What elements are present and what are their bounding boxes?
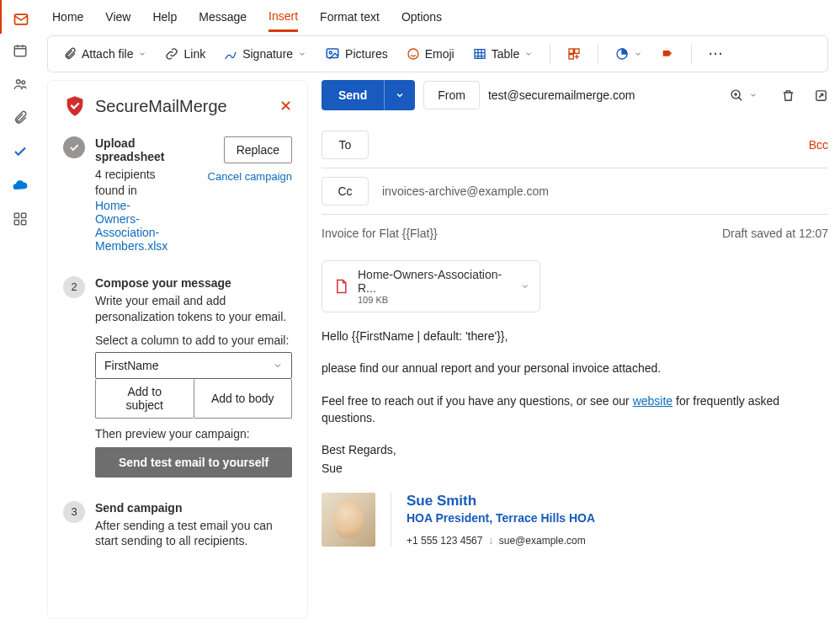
ribbon-separator-3 <box>691 44 692 64</box>
step1-badge-done <box>63 136 85 158</box>
step-compose: 2 Compose your message Write your email … <box>63 276 292 478</box>
to-row: To Bcc <box>322 122 828 168</box>
svg-rect-13 <box>575 49 579 53</box>
menu-home[interactable]: Home <box>52 3 83 30</box>
step3-badge: 3 <box>63 501 85 523</box>
body-greeting: Hello {{FirstName | default: 'there'}}, <box>322 328 828 344</box>
rail-onedrive-icon[interactable] <box>0 168 40 202</box>
rail-todo-icon[interactable] <box>0 135 40 168</box>
ribbon-pictures[interactable]: Pictures <box>318 42 395 66</box>
signature-block: Sue Smith HOA President, Terrace Hills H… <box>322 493 828 547</box>
draft-status: Draft saved at 12:07 <box>722 227 828 240</box>
ribbon-table[interactable]: Table <box>466 43 540 65</box>
step1-found: 4 recipients found in <box>95 167 167 199</box>
addin-title: SecureMailMerge <box>95 97 271 116</box>
menu-view[interactable]: View <box>105 3 130 30</box>
rail-apps-icon[interactable] <box>0 202 40 236</box>
rail-calendar-icon[interactable] <box>0 34 40 67</box>
top-menu: Home View Help Message Insert Format tex… <box>40 0 840 34</box>
chevron-down-icon <box>273 360 283 371</box>
svg-rect-11 <box>475 50 485 59</box>
cc-row: Cc invoices-archive@example.com <box>322 168 828 215</box>
sig-separator-icon: ↓ <box>488 535 493 547</box>
ribbon-overflow-icon[interactable]: ··· <box>702 43 731 65</box>
svg-rect-1 <box>14 46 26 56</box>
from-address: test@securemailmerge.com <box>488 88 635 102</box>
add-to-subject-button[interactable]: Add to subject <box>95 379 194 419</box>
email-body[interactable]: Hello {{FirstName | default: 'there'}}, … <box>322 328 828 547</box>
send-split-button[interactable]: Send <box>322 80 415 110</box>
bcc-toggle[interactable]: Bcc <box>809 138 828 152</box>
send-options-button[interactable] <box>384 80 415 110</box>
body-regards: Best Regards, <box>322 441 828 458</box>
attachment-size: 109 KB <box>358 295 512 305</box>
ribbon-securemailmerge-icon[interactable] <box>654 43 681 65</box>
svg-rect-14 <box>569 55 573 59</box>
cancel-campaign-link[interactable]: Cancel campaign <box>208 170 292 183</box>
compose-pane: Send From test@securemailmerge.com <box>322 80 828 619</box>
step1-title: Upload spreadsheet <box>95 136 167 163</box>
menu-help[interactable]: Help <box>152 3 177 30</box>
replace-button[interactable]: Replace <box>224 136 292 163</box>
svg-point-9 <box>329 51 332 54</box>
ribbon-table-label: Table <box>492 47 519 61</box>
menu-insert[interactable]: Insert <box>268 3 298 32</box>
step-upload: Upload spreadsheet 4 recipients found in… <box>63 136 292 253</box>
ribbon-attach-file[interactable]: Attach file <box>56 43 153 65</box>
rail-mail-icon[interactable] <box>0 0 40 34</box>
svg-rect-7 <box>21 221 25 225</box>
step-send: 3 Send campaign After sending a test ema… <box>63 501 292 550</box>
to-button[interactable]: To <box>322 131 369 159</box>
pdf-file-icon <box>332 278 349 295</box>
left-app-rail <box>0 0 40 619</box>
subject-row: Invoice for Flat {{Flat}} Draft saved at… <box>322 215 828 252</box>
ribbon-link[interactable]: Link <box>158 43 212 65</box>
body-p2a: Feel free to reach out if you have any q… <box>322 394 633 408</box>
ribbon-link-label: Link <box>183 47 205 61</box>
body-website-link[interactable]: website <box>633 394 673 408</box>
menu-format[interactable]: Format text <box>320 3 380 30</box>
sig-email: sue@example.com <box>499 535 586 547</box>
addin-panel: SecureMailMerge ✕ Upload spreadsheet 4 r… <box>47 80 308 619</box>
send-button[interactable]: Send <box>322 80 384 110</box>
column-select-value: FirstName <box>104 359 159 372</box>
step1-file-link[interactable]: Home-Owners-Association-Members.xlsx <box>95 199 167 253</box>
svg-rect-6 <box>14 221 19 225</box>
ribbon-signature[interactable]: Signature <box>217 43 313 65</box>
menu-options[interactable]: Options <box>401 3 442 30</box>
ribbon-apps-icon[interactable] <box>561 43 587 65</box>
attachment-name: Home-Owners-Association-R... <box>358 268 512 295</box>
add-to-body-button[interactable]: Add to body <box>194 379 293 419</box>
addin-close-button[interactable]: ✕ <box>279 97 292 115</box>
step2-desc: Write your email and add personalization… <box>95 293 292 325</box>
svg-rect-5 <box>21 213 25 217</box>
ribbon-emoji-label: Emoji <box>425 47 455 61</box>
cc-value[interactable]: invoices-archive@example.com <box>382 184 549 198</box>
ribbon-attach-file-label: Attach file <box>82 47 133 61</box>
svg-point-2 <box>16 80 20 84</box>
cc-button[interactable]: Cc <box>322 177 369 205</box>
popout-icon[interactable] <box>814 88 828 103</box>
rail-people-icon[interactable] <box>0 67 40 101</box>
menu-message[interactable]: Message <box>199 3 247 30</box>
ribbon-emoji[interactable]: Emoji <box>400 43 461 65</box>
discard-icon[interactable] <box>781 88 795 103</box>
step2-select-label: Select a column to add to your email: <box>95 334 292 347</box>
zoom-icon[interactable] <box>730 88 744 103</box>
svg-rect-4 <box>14 213 19 217</box>
sig-phone: +1 555 123 4567 <box>407 535 482 547</box>
step3-title: Send campaign <box>95 501 292 515</box>
signature-avatar <box>322 493 375 547</box>
rail-attach-icon[interactable] <box>0 101 40 135</box>
subject-input[interactable]: Invoice for Flat {{Flat}} <box>322 227 438 240</box>
sig-name: Sue Smith <box>407 493 595 510</box>
ribbon-poll-icon[interactable] <box>609 43 649 65</box>
from-button[interactable]: From <box>423 81 480 109</box>
body-p2: Feel free to reach out if you have any q… <box>322 392 828 427</box>
attachment-chevron-icon[interactable] <box>520 281 529 291</box>
attachment-chip[interactable]: Home-Owners-Association-R... 109 KB <box>322 260 540 312</box>
ribbon-pictures-label: Pictures <box>345 47 388 61</box>
column-select[interactable]: FirstName <box>95 352 292 379</box>
sig-role: HOA President, Terrace Hills HOA <box>407 511 595 525</box>
send-test-button[interactable]: Send test email to yourself <box>95 447 292 478</box>
